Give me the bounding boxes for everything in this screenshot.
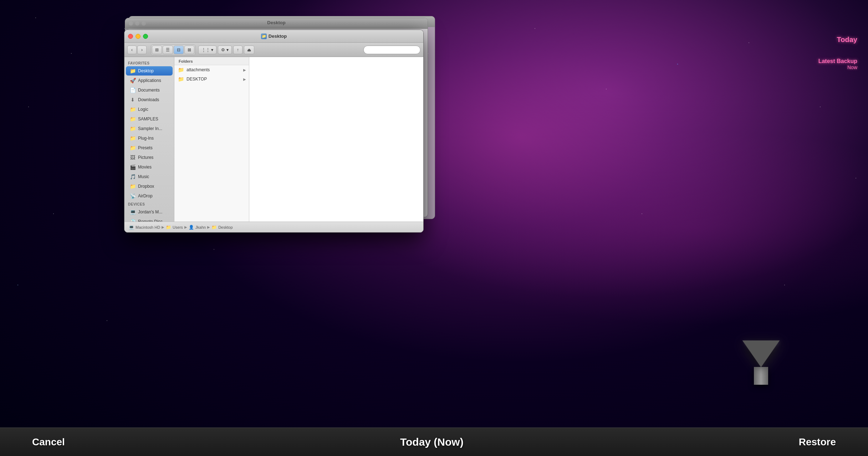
bc-macintosh-hd[interactable]: 💻 Macintosh HD bbox=[129, 225, 160, 230]
content-area: Folders 📁 attachments ▶ 📁 DESKTOP ▶ bbox=[174, 57, 423, 222]
icon-view-button[interactable]: ⊞ bbox=[152, 46, 162, 54]
sidebar-label-sampler: Sampler In... bbox=[138, 126, 162, 131]
timeline-panel: Today Latest Backup Now bbox=[818, 36, 857, 70]
nav-buttons: ‹ › bbox=[127, 46, 147, 54]
bottom-title: Today (Now) bbox=[400, 436, 464, 448]
sidebar-item-applications[interactable]: 🚀 Applications bbox=[126, 76, 173, 85]
pictures-icon: 🖼 bbox=[129, 154, 136, 161]
sidebar-label-logic: Logic bbox=[138, 107, 148, 112]
folder-title-icon: 📁 bbox=[261, 33, 267, 39]
sidebar: FAVORITES 📁 Desktop 🚀 Applications 📄 Doc… bbox=[124, 57, 174, 222]
coverflow-button[interactable]: ⊠ bbox=[184, 46, 194, 54]
bc-jkahn-icon: 👤 bbox=[189, 225, 194, 230]
list-view-button[interactable]: ☰ bbox=[163, 46, 173, 54]
minimize-button[interactable] bbox=[136, 34, 141, 39]
attachments-folder-icon: 📁 bbox=[178, 67, 184, 73]
search-input[interactable] bbox=[363, 46, 420, 54]
cancel-button[interactable]: Cancel bbox=[21, 433, 76, 451]
sidebar-item-samples[interactable]: 📁 SAMPLES bbox=[126, 114, 173, 124]
sidebar-item-downloads[interactable]: ⬇ Downloads bbox=[126, 95, 173, 104]
folders-column: Folders 📁 attachments ▶ 📁 DESKTOP ▶ bbox=[174, 57, 249, 222]
latest-backup-label: Latest Backup bbox=[818, 58, 857, 64]
arrange-button[interactable]: ⋮⋮ ▾ bbox=[198, 46, 216, 54]
desktop-icon: 📁 bbox=[129, 68, 136, 74]
view-buttons: ⊞ ☰ ⊟ ⊠ bbox=[151, 45, 195, 55]
back-button[interactable]: ‹ bbox=[127, 46, 137, 54]
column-view-button[interactable]: ⊟ bbox=[174, 46, 184, 54]
sidebar-item-airdrop[interactable]: 📡 AirDrop bbox=[126, 191, 173, 201]
bc-desktop-icon: 📁 bbox=[211, 225, 217, 230]
share-button[interactable]: ↑ bbox=[233, 46, 242, 54]
sidebar-item-pictures[interactable]: 🖼 Pictures bbox=[126, 153, 173, 162]
window-body: FAVORITES 📁 Desktop 🚀 Applications 📄 Doc… bbox=[124, 57, 423, 222]
sidebar-item-sampler[interactable]: 📁 Sampler In... bbox=[126, 124, 173, 133]
close-button[interactable] bbox=[128, 34, 133, 39]
forward-button[interactable]: › bbox=[137, 46, 147, 54]
sidebar-label-documents: Documents bbox=[138, 88, 160, 93]
bc-jkahn[interactable]: 👤 Jkahn bbox=[189, 225, 206, 230]
applications-icon: 🚀 bbox=[129, 77, 136, 84]
sidebar-label-dropbox: Dropbox bbox=[138, 184, 154, 189]
sidebar-item-macintosh[interactable]: 💻 Jordan's M... bbox=[126, 207, 173, 217]
arrow-body bbox=[754, 367, 768, 385]
documents-icon: 📄 bbox=[129, 87, 136, 93]
logic-icon: 📁 bbox=[129, 106, 136, 113]
sidebar-item-documents[interactable]: 📄 Documents bbox=[126, 86, 173, 95]
desktop-folder-label: DESKTOP bbox=[187, 77, 207, 82]
macintosh-icon: 💻 bbox=[129, 209, 136, 215]
search-wrapper: 🔍 bbox=[363, 46, 420, 54]
plugins-icon: 📁 bbox=[129, 135, 136, 141]
finder-window: 📁 Desktop ‹ › ⊞ ☰ ⊟ ⊠ ⋮⋮ ▾ ⚙ ▾ ↑ ⏏ 🔍 FAV… bbox=[124, 30, 424, 233]
arrow-head bbox=[742, 341, 780, 367]
sidebar-label-plugins: Plug-Ins bbox=[138, 136, 154, 141]
sidebar-item-remote[interactable]: 💿 Remote Disc bbox=[126, 217, 173, 222]
bc-desktop-label: Desktop bbox=[218, 225, 233, 229]
bc-users[interactable]: 📁 Users bbox=[166, 225, 183, 230]
presets-icon: 📁 bbox=[129, 145, 136, 151]
favorites-label: FAVORITES bbox=[124, 60, 174, 66]
sidebar-item-dropbox[interactable]: 📁 Dropbox bbox=[126, 182, 173, 191]
sidebar-label-airdrop: AirDrop bbox=[138, 193, 153, 198]
eject-button[interactable]: ⏏ bbox=[244, 46, 254, 54]
bc-macintosh-icon: 💻 bbox=[129, 225, 134, 230]
ghost-title-2: Desktop bbox=[267, 20, 285, 25]
sidebar-label-applications: Applications bbox=[138, 78, 161, 83]
maximize-button[interactable] bbox=[143, 34, 148, 39]
devices-label: DEVICES bbox=[124, 201, 174, 207]
action-button[interactable]: ⚙ ▾ bbox=[218, 46, 231, 54]
attachments-label: attachments bbox=[187, 67, 210, 72]
sidebar-label-movies: Movies bbox=[138, 165, 152, 170]
sidebar-label-desktop: Desktop bbox=[138, 68, 154, 73]
sidebar-label-macintosh: Jordan's M... bbox=[138, 209, 162, 214]
bc-sep-2: ▶ bbox=[184, 225, 187, 229]
bc-users-icon: 📁 bbox=[166, 225, 171, 230]
sidebar-item-plugins[interactable]: 📁 Plug-Ins bbox=[126, 134, 173, 143]
remote-disc-icon: 💿 bbox=[129, 218, 136, 222]
titlebar: 📁 Desktop bbox=[124, 30, 423, 43]
traffic-lights bbox=[128, 34, 148, 39]
today-label: Today bbox=[818, 36, 857, 44]
folders-header: Folders bbox=[174, 57, 249, 65]
ghost-dot-5 bbox=[135, 21, 139, 26]
bc-desktop[interactable]: 📁 Desktop bbox=[211, 225, 233, 230]
sidebar-label-downloads: Downloads bbox=[138, 97, 159, 102]
restore-button[interactable]: Restore bbox=[788, 433, 847, 451]
folder-item-desktop[interactable]: 📁 DESKTOP ▶ bbox=[174, 74, 249, 84]
sidebar-item-logic[interactable]: 📁 Logic bbox=[126, 105, 173, 114]
sidebar-label-music: Music bbox=[138, 174, 149, 179]
attachments-arrow: ▶ bbox=[243, 68, 246, 72]
sidebar-item-presets[interactable]: 📁 Presets bbox=[126, 143, 173, 152]
bottom-bar: Cancel Today (Now) Restore bbox=[0, 428, 868, 456]
folder-item-attachments[interactable]: 📁 attachments ▶ bbox=[174, 65, 249, 74]
airdrop-icon: 📡 bbox=[129, 193, 136, 199]
sampler-icon: 📁 bbox=[129, 125, 136, 132]
breadcrumb-bar: 💻 Macintosh HD ▶ 📁 Users ▶ 👤 Jkahn ▶ 📁 D… bbox=[124, 222, 423, 232]
bc-sep-3: ▶ bbox=[207, 225, 210, 229]
ghost-dot-4 bbox=[129, 21, 133, 26]
sidebar-item-desktop[interactable]: 📁 Desktop bbox=[126, 66, 173, 76]
sidebar-label-samples: SAMPLES bbox=[138, 116, 158, 121]
window-title-text: Desktop bbox=[269, 33, 287, 39]
sidebar-item-movies[interactable]: 🎬 Movies bbox=[126, 162, 173, 172]
ghost-dot-6 bbox=[142, 21, 146, 26]
sidebar-item-music[interactable]: 🎵 Music bbox=[126, 172, 173, 181]
